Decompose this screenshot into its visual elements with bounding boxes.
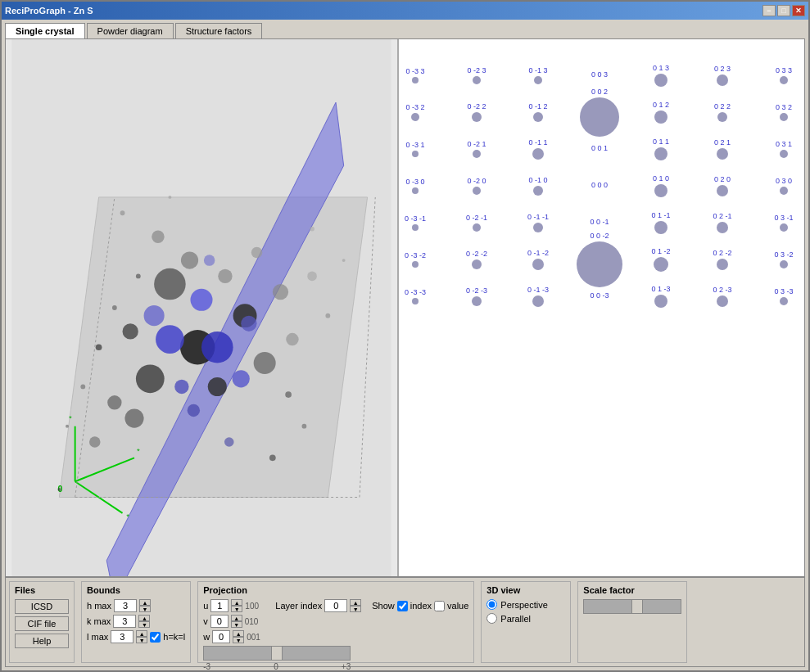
tab-structure-factors[interactable]: Structure factors (175, 23, 263, 38)
svg-point-22 (286, 333, 298, 345)
recip-label: 0 0 2 (591, 88, 608, 96)
close-button[interactable]: ✕ (792, 5, 805, 16)
recip-label: 0 -1 3 (528, 66, 547, 74)
recip-dot (533, 186, 543, 196)
index-checkbox[interactable] (397, 601, 408, 611)
recip-label: 0 1 1 (653, 138, 669, 146)
recip-dot (577, 241, 622, 287)
layer-up[interactable]: ▲ (350, 599, 361, 606)
recip-dot (717, 222, 728, 233)
recip-label: 0 3 -3 (774, 287, 793, 295)
parallel-radio[interactable] (486, 613, 497, 624)
recip-label: 0 1 -2 (651, 247, 670, 255)
h-max-up[interactable]: ▲ (139, 599, 151, 606)
value-checkbox[interactable] (434, 601, 445, 611)
recip-dot (533, 223, 543, 232)
svg-point-41 (302, 424, 307, 429)
slider-min-label: -3 (203, 662, 210, 671)
perspective-radio[interactable] (486, 599, 497, 610)
minimize-button[interactable]: − (762, 5, 776, 16)
recip-label: 0 -1 -2 (527, 249, 549, 257)
recip-dot (412, 77, 419, 83)
recip-dot (580, 97, 619, 137)
layer-down[interactable]: ▼ (350, 606, 361, 612)
recip-label: 0 1 -1 (651, 211, 670, 219)
cif-file-button[interactable]: CIF file (15, 616, 69, 631)
hkl-checkbox[interactable] (150, 632, 161, 643)
scale-slider[interactable] (583, 599, 681, 614)
icsd-button[interactable]: ICSD (15, 599, 69, 614)
value-label: value (447, 601, 468, 611)
u-suffix: 100 (245, 602, 268, 611)
k-max-up[interactable]: ▲ (138, 615, 150, 621)
maximize-button[interactable]: □ (777, 5, 790, 16)
v-up[interactable]: ▲ (231, 615, 242, 621)
h-max-label: h max (87, 601, 111, 611)
recip-label: 0 2 -1 (713, 212, 731, 220)
w-input[interactable] (212, 630, 230, 643)
v-label: v (203, 616, 208, 626)
w-up[interactable]: ▲ (233, 630, 244, 637)
svg-point-29 (201, 331, 233, 363)
k-max-spinners: ▲ ▼ (138, 615, 150, 628)
recip-dot (717, 259, 728, 270)
v-input[interactable] (210, 615, 229, 628)
h-max-input[interactable] (114, 599, 137, 612)
svg-text:*: * (137, 446, 140, 455)
u-up[interactable]: ▲ (231, 599, 242, 606)
title-bar: ReciProGraph - Zn S − □ ✕ (2, 2, 808, 20)
l-max-row: l max ▲ ▼ h=k=l (87, 630, 185, 643)
slider-labels: -3 0 +3 (203, 662, 351, 671)
recip-dot (654, 74, 667, 87)
svg-point-21 (273, 284, 288, 300)
layer-index-input[interactable] (324, 599, 347, 612)
recip-label: 0 1 2 (653, 101, 669, 109)
recip-label: 0 1 -3 (651, 285, 670, 293)
main-window: ReciProGraph - Zn S − □ ✕ Single crystal… (0, 0, 810, 672)
bottom-controls: Files ICSD CIF file Help Bounds h max ▲ … (5, 577, 805, 667)
recip-label: 0 2 3 (714, 65, 731, 73)
tab-single-crystal[interactable]: Single crystal (5, 23, 85, 38)
svg-point-32 (144, 305, 165, 326)
l-max-up[interactable]: ▲ (136, 630, 147, 637)
scale-factor-title: Scale factor (583, 585, 681, 595)
help-button[interactable]: Help (15, 634, 69, 648)
tab-powder-diagram[interactable]: Powder diagram (87, 23, 174, 38)
recip-dot (780, 223, 788, 232)
h-max-down[interactable]: ▼ (139, 606, 151, 612)
recip-label: 0 3 -2 (774, 250, 793, 259)
slider-mid-label: 0 (274, 662, 278, 671)
u-row: u ▲ ▼ 100 Layer index ▲ ▼ Show index val… (203, 599, 468, 612)
layer-slider-container: -3 0 +3 (203, 646, 468, 671)
h-max-row: h max ▲ ▼ (87, 599, 185, 612)
recip-dot (472, 296, 482, 306)
u-down[interactable]: ▼ (231, 606, 242, 612)
recip-dot (717, 74, 728, 86)
layer-slider[interactable] (203, 646, 351, 661)
k-max-label: k max (87, 616, 111, 626)
v-suffix: 010 (245, 617, 268, 626)
svg-point-14 (208, 377, 227, 396)
recip-dot (473, 187, 481, 195)
u-input[interactable] (210, 599, 229, 612)
recip-label: 0 -2 -3 (466, 286, 487, 295)
recip-label: 0 -3 2 (405, 103, 424, 111)
recip-dot (654, 184, 667, 197)
l-max-down[interactable]: ▼ (136, 637, 147, 643)
w-down[interactable]: ▼ (233, 637, 244, 643)
recip-label: 0 3 3 (776, 66, 792, 74)
k-max-input[interactable] (113, 615, 136, 628)
svg-point-18 (181, 252, 198, 269)
recip-label: 0 -3 3 (405, 67, 424, 75)
recip-label: 0 0 3 (591, 70, 608, 79)
recip-dot (780, 297, 788, 305)
v-down[interactable]: ▼ (231, 621, 242, 628)
view3d-group: 3D view Perspective Parallel (481, 581, 571, 663)
l-max-input[interactable] (111, 630, 133, 643)
v-row: v ▲ ▼ 010 (203, 615, 468, 628)
k-max-down[interactable]: ▼ (138, 621, 150, 628)
scale-factor-group: Scale factor (577, 581, 687, 663)
svg-point-48 (120, 210, 125, 215)
recip-dot (473, 76, 481, 84)
k-max-row: k max ▲ ▼ (87, 615, 185, 628)
